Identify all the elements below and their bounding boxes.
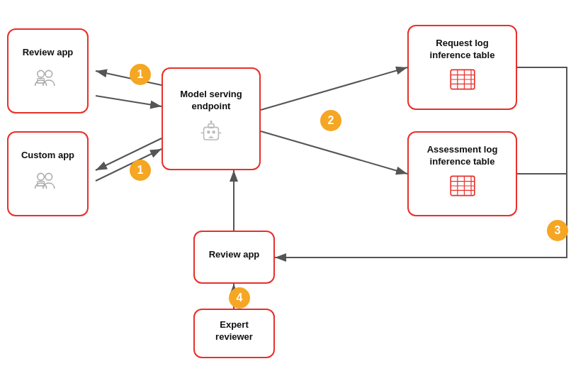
svg-line-3 [96,96,162,106]
custom-app-icon [34,166,62,198]
model-serving-label: Model serving endpoint [169,89,254,113]
svg-point-13 [37,173,44,180]
svg-line-5 [96,149,162,181]
expert-reviewer-box: Expert reviewer [193,309,275,358]
custom-app-label: Custom app [21,150,74,162]
review-app-top-icon [34,63,62,95]
svg-rect-18 [207,131,210,133]
diagram: Review app Custom app [0,0,588,371]
expert-reviewer-label: Expert reviewer [200,319,268,343]
review-app-bottom-box: Review app [193,231,275,284]
badge-1-top: 1 [130,64,151,85]
svg-point-24 [210,121,212,123]
badge-2: 2 [320,110,341,131]
model-serving-icon [197,117,225,149]
assessment-log-icon [448,172,477,204]
svg-point-9 [37,70,44,77]
svg-line-4 [96,138,162,170]
review-app-bottom-label: Review app [209,249,260,261]
custom-app-box: Custom app [7,131,89,216]
badge-1-bottom: 1 [130,160,151,181]
svg-point-10 [45,70,52,77]
badge-3: 3 [547,220,568,241]
review-app-top-box: Review app [7,28,89,113]
svg-line-2 [96,71,162,85]
request-log-label: Request log inference table [414,38,510,62]
badge-4: 4 [229,287,250,309]
model-serving-box: Model serving endpoint [162,67,261,170]
svg-point-14 [45,173,52,180]
review-app-top-label: Review app [23,47,74,59]
assessment-log-label: Assessment log inference table [414,144,510,168]
request-log-icon [448,65,477,97]
svg-rect-19 [213,131,215,133]
assessment-log-box: Assessment log inference table [407,131,517,216]
request-log-box: Request log inference table [407,25,517,110]
